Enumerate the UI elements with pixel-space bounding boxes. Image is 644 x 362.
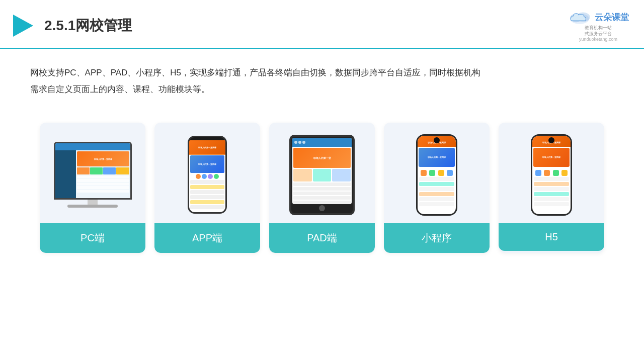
- card-pc-label: PC端: [40, 223, 145, 253]
- mini-row-2: [419, 182, 454, 186]
- phone-screen-app: 职场人的第一堂网课 职场人的第一堂网课: [189, 140, 225, 212]
- cards-area: 职场人的第一堂网课: [0, 108, 644, 263]
- tablet-row-5: [293, 201, 351, 204]
- pc-neck: [88, 200, 98, 205]
- page-title: 2.5.1网校管理: [44, 16, 132, 35]
- pc-banner-text: 职场人的第一堂网课: [94, 158, 112, 160]
- pc-main: 职场人的第一堂网课: [76, 150, 130, 198]
- tablet-banner: 职场人的第一堂: [293, 148, 351, 168]
- mini-h5-row-3: [534, 187, 569, 191]
- mini-phone-h5-body: [532, 168, 571, 207]
- mini-phone-banner-text: 职场人的第一堂网课: [427, 155, 447, 159]
- svg-marker-0: [13, 15, 33, 37]
- phone-header-title-app: 职场人的第一堂网课: [198, 146, 216, 149]
- pc-body: 职场人的第一堂网课: [55, 150, 130, 198]
- pc-banner: 职场人的第一堂网课: [77, 151, 129, 166]
- card-app-image: 职场人的第一堂网课 职场人的第一堂网课: [154, 123, 260, 223]
- tablet-card-3: [332, 169, 351, 182]
- pc-content-rows: [77, 175, 129, 197]
- mini-phone-punch: [434, 137, 440, 143]
- mini-phone-h5-banner-text: 职场人的第一堂网课: [541, 155, 561, 159]
- mini-icon-1: [421, 170, 427, 176]
- mini-phone-banner: 职场人的第一堂网课: [419, 148, 455, 167]
- logo-url: yunduoketang.com: [579, 37, 617, 42]
- card-mini-image: 职场人的第一堂网课 职场人的第一堂网课: [384, 123, 490, 223]
- play-icon: [10, 13, 36, 39]
- card-app-label: APP端: [154, 223, 260, 253]
- mini-phone-h5-screen: 职场人的第一堂网课 职场人的第一堂网课: [532, 136, 571, 214]
- phone-row-3: [190, 190, 224, 194]
- logo-name: 云朵课堂: [595, 12, 629, 23]
- phone-rows-app: [190, 180, 224, 209]
- phone-banner-app: 职场人的第一堂网课: [190, 155, 224, 173]
- tablet-screen-header: [292, 138, 352, 147]
- tablet-nav-1: [294, 141, 297, 144]
- card-app: 职场人的第一堂网课 职场人的第一堂网课: [154, 123, 260, 253]
- phone-row-5: [190, 200, 224, 204]
- card-pad-label: PAD端: [269, 223, 375, 253]
- cloud-icon: [568, 9, 592, 25]
- mini-h5-icon-2: [544, 170, 550, 176]
- card-pad: 职场人的第一堂: [269, 123, 375, 253]
- tablet-screen: 职场人的第一堂: [292, 138, 352, 204]
- pc-card-3: [103, 167, 116, 174]
- pc-screen: 职场人的第一堂网课: [54, 142, 132, 200]
- pc-header-bar: [55, 143, 130, 150]
- phone-icon-2: [202, 174, 207, 179]
- tablet-nav-2: [298, 141, 301, 144]
- mini-row-6: [419, 202, 454, 206]
- mini-phone-h5-punch: [548, 137, 554, 143]
- phone-mockup-app: 职场人的第一堂网课 职场人的第一堂网课: [188, 136, 227, 214]
- tablet-mockup: 职场人的第一堂: [289, 135, 355, 215]
- mini-icon-4: [447, 170, 453, 176]
- mini-h5-icon-1: [535, 170, 541, 176]
- mini-icon-2: [429, 170, 435, 176]
- phone-row-6: [190, 205, 224, 209]
- card-h5-image: 职场人的第一堂网课 职场人的第一堂网课: [499, 123, 604, 223]
- phone-row-4: [190, 195, 224, 199]
- mini-phone-mini: 职场人的第一堂网课 职场人的第一堂网课: [416, 134, 457, 216]
- tablet-banner-text: 职场人的第一堂: [313, 156, 331, 159]
- pc-card-4: [116, 167, 129, 174]
- card-mini: 职场人的第一堂网课 职场人的第一堂网课: [384, 123, 490, 253]
- pc-screen-bg: 职场人的第一堂网课: [55, 143, 130, 198]
- mini-h5-icon-4: [561, 170, 568, 176]
- phone-icon-1: [196, 174, 201, 179]
- card-pc: 职场人的第一堂网课: [40, 123, 145, 253]
- mini-row-3: [419, 187, 454, 191]
- mini-phone-screen: 职场人的第一堂网课 职场人的第一堂网课: [418, 136, 456, 214]
- phone-header-bar-app: 职场人的第一堂网课: [189, 140, 225, 154]
- mini-h5-icon-3: [553, 170, 559, 176]
- mini-row-1: [419, 177, 454, 181]
- pc-card-1: [77, 167, 90, 174]
- phone-row-2: [190, 185, 224, 189]
- tablet-cards: [293, 169, 351, 182]
- card-pad-image: 职场人的第一堂: [269, 123, 375, 223]
- phone-screen-content-app: 职场人的第一堂网课 职场人的第一堂网课: [189, 140, 225, 212]
- phone-body-app: 职场人的第一堂网课: [189, 154, 225, 210]
- tablet-card-1: [293, 169, 312, 182]
- mini-h5-row-5: [534, 197, 569, 201]
- card-pc-image: 职场人的第一堂网课: [40, 123, 145, 223]
- pc-row-5: [77, 190, 129, 193]
- pc-row-2: [77, 179, 129, 182]
- header-left: 2.5.1网校管理: [10, 13, 132, 39]
- description-line1: 网校支持PC、APP、PAD、小程序、H5，实现多端打通，产品各终端自由切换，数…: [30, 65, 523, 81]
- pc-cards-row: [77, 167, 129, 174]
- mini-h5-row-6: [534, 202, 569, 206]
- pc-row-1: [77, 175, 129, 178]
- pc-row-4: [77, 186, 129, 189]
- tablet-row-2: [293, 187, 351, 191]
- mini-row-5: [419, 197, 454, 201]
- mini-phone-h5-banner: 职场人的第一堂网课: [533, 148, 570, 167]
- tablet-row-3: [293, 192, 351, 195]
- pc-sidebar: [55, 150, 76, 198]
- tablet-row-1: [293, 183, 351, 186]
- mini-h5-icons-row: [534, 170, 569, 176]
- pc-row-3: [77, 183, 129, 186]
- pc-base: [67, 205, 118, 208]
- phone-icon-4: [214, 174, 219, 179]
- tablet-row-4: [293, 196, 351, 200]
- tablet-rows: [293, 183, 351, 204]
- pc-mockup: 职场人的第一堂网课: [54, 142, 132, 208]
